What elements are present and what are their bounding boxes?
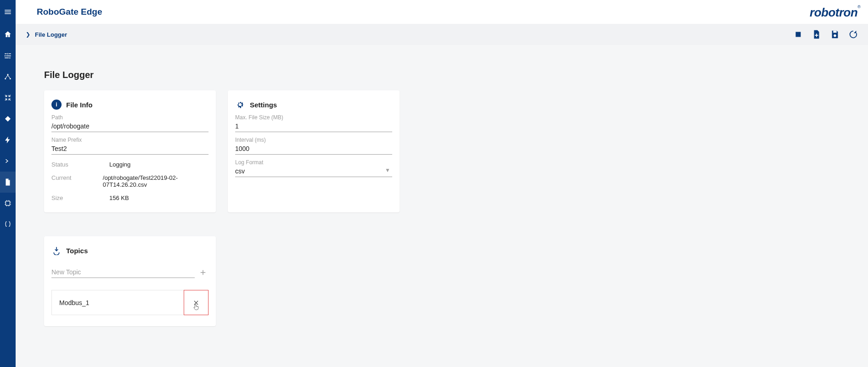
file-icon[interactable] xyxy=(0,172,16,193)
size-row: Size 156 KB xyxy=(51,195,209,201)
fileinfo-card: i File Info Path Name Prefix Status Logg… xyxy=(44,90,216,212)
close-icon xyxy=(193,300,199,306)
svg-point-0 xyxy=(7,74,9,75)
path-label: Path xyxy=(51,114,209,121)
svg-point-2 xyxy=(10,78,11,79)
new-topic-input[interactable] xyxy=(51,267,195,278)
page-body: File Logger i File Info Path Name Prefix… xyxy=(16,45,868,367)
settings-card: Settings Max. File Size (MB) Interval (m… xyxy=(228,90,400,212)
menu-icon[interactable] xyxy=(0,0,16,24)
topics-title: Topics xyxy=(66,247,88,255)
svg-point-6 xyxy=(834,34,836,37)
svg-point-1 xyxy=(5,78,6,79)
fileinfo-title: File Info xyxy=(66,101,93,109)
stop-icon[interactable] xyxy=(789,25,807,44)
topics-card: Topics Modbus_1 xyxy=(44,236,216,326)
svg-rect-5 xyxy=(833,31,836,33)
home-icon[interactable] xyxy=(0,24,16,45)
topbar: RoboGate Edge xyxy=(16,0,868,24)
breadcrumb-bar: ❯ File Logger xyxy=(16,24,868,45)
name-prefix-label: Name Prefix xyxy=(51,137,209,143)
diamond-icon[interactable] xyxy=(0,108,16,129)
save-icon[interactable] xyxy=(826,25,844,44)
new-file-icon[interactable] xyxy=(807,25,826,44)
app-title: RoboGate Edge xyxy=(37,7,102,17)
page-title: File Logger xyxy=(44,70,868,80)
status-value: Logging xyxy=(109,161,130,168)
brand-logo: robotron® xyxy=(810,6,861,20)
settings-title: Settings xyxy=(250,101,277,109)
compress-icon[interactable] xyxy=(0,87,16,108)
size-value: 156 KB xyxy=(109,195,129,201)
info-icon: i xyxy=(51,100,62,110)
add-topic-button[interactable] xyxy=(197,267,209,278)
topic-item: Modbus_1 xyxy=(51,290,209,315)
download-icon xyxy=(51,245,62,256)
braces-icon[interactable] xyxy=(0,214,16,235)
sliders-icon[interactable] xyxy=(0,45,16,66)
nav-rail xyxy=(0,0,16,367)
name-prefix-input[interactable] xyxy=(51,143,209,155)
chip-icon[interactable] xyxy=(0,193,16,214)
remove-topic-button[interactable] xyxy=(184,290,209,315)
chevron-right-icon: ❯ xyxy=(26,31,30,38)
current-value: /opt/robogate/Test22019-02-07T14.26.20.c… xyxy=(103,174,209,188)
format-select[interactable] xyxy=(235,166,392,177)
topic-name: Modbus_1 xyxy=(59,299,89,306)
breadcrumb-item[interactable]: File Logger xyxy=(35,31,67,38)
format-label: Log Format xyxy=(235,159,392,166)
terminal-icon[interactable] xyxy=(0,150,16,172)
svg-rect-3 xyxy=(6,201,10,206)
interval-label: Interval (ms) xyxy=(235,137,392,143)
status-row: Status Logging xyxy=(51,161,209,168)
svg-rect-4 xyxy=(796,32,801,37)
gear-icon xyxy=(235,100,245,110)
interval-input[interactable] xyxy=(235,143,392,155)
maxfs-label: Max. File Size (MB) xyxy=(235,114,392,121)
restore-icon[interactable] xyxy=(844,25,862,44)
hub-icon[interactable] xyxy=(0,66,16,87)
bolt-icon[interactable] xyxy=(0,129,16,150)
path-input[interactable] xyxy=(51,121,209,132)
current-row: Current /opt/robogate/Test22019-02-07T14… xyxy=(51,174,209,188)
maxfs-input[interactable] xyxy=(235,121,392,132)
